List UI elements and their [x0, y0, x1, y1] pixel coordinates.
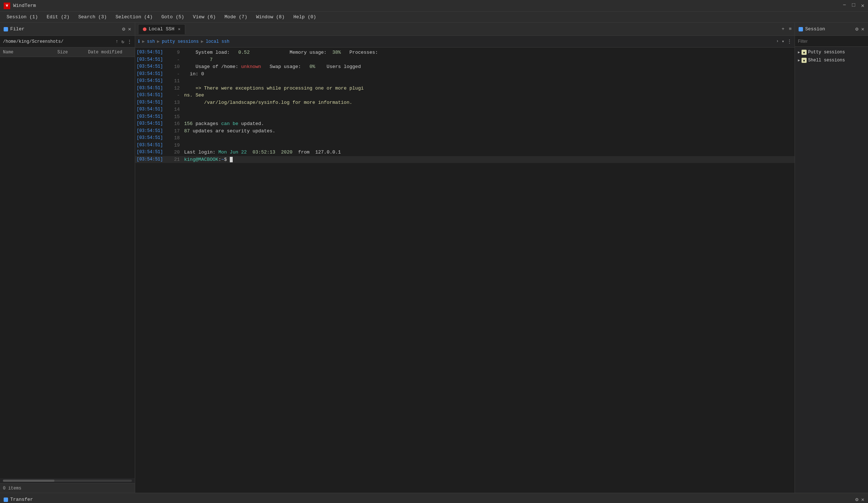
terminal-line-15: [03:54:51]21king@MACBOOK:~$: [135, 156, 795, 163]
terminal-tab-controls: + ≡: [781, 26, 792, 32]
terminal-line-7: [03:54:51]13 /var/log/landscape/sysinfo.…: [135, 99, 795, 106]
filer-settings-icon[interactable]: ⚙: [122, 26, 125, 32]
menu-item-edit(2)[interactable]: Edit (2): [43, 13, 73, 21]
line-time: [03:54:51]: [137, 149, 170, 155]
line-num: 12: [170, 85, 184, 92]
session-filter-input[interactable]: [798, 39, 865, 44]
terminal-line-11: [03:54:51]1787 updates are security upda…: [135, 128, 795, 135]
chevron-icon: ▶: [798, 50, 800, 54]
line-content: 87 updates are security updates.: [184, 128, 793, 135]
filer-menu-icon[interactable]: ⋮: [127, 39, 132, 45]
filer-title: Filer: [10, 26, 120, 32]
filer-up-icon[interactable]: ↑: [115, 39, 118, 45]
session-indicator: [799, 27, 803, 31]
session-close-icon[interactable]: ✕: [861, 26, 864, 32]
session-shell-label: Shell sessions: [808, 58, 845, 63]
breadcrumb-expand-icon[interactable]: ▾: [782, 39, 784, 44]
app-title: WindTerm: [13, 3, 843, 8]
terminal-new-tab-icon[interactable]: +: [781, 26, 784, 32]
terminal-line-13: [03:54:51]19: [135, 142, 795, 149]
breadcrumb-local-ssh[interactable]: local ssh: [206, 39, 229, 44]
breadcrumb-sep-2: ▶: [201, 39, 203, 44]
breadcrumb-forward-icon[interactable]: ›: [776, 39, 779, 44]
close-button[interactable]: ✕: [861, 2, 864, 9]
line-content: 156 packages can be updated.: [184, 120, 793, 128]
terminal-breadcrumb: ℹ ▶ ssh ▶ putty sessions ▶ local ssh › ▾…: [135, 36, 795, 48]
session-tree-shell[interactable]: ▶ ■ Shell sessions: [795, 56, 868, 64]
menu-item-search(3)[interactable]: Search (3): [75, 13, 110, 21]
line-num: 18: [170, 135, 184, 142]
line-num: -: [170, 92, 184, 99]
menu-item-view(6)[interactable]: View (6): [189, 13, 219, 21]
filer-header: Filer ⚙ ✕: [0, 23, 135, 36]
terminal-line-5: [03:54:51]12 => There were exceptions wh…: [135, 85, 795, 92]
menu-item-selection(4)[interactable]: Selection (4): [112, 13, 156, 21]
menu-bar: Session (1)Edit (2)Search (3)Selection (…: [0, 12, 868, 23]
transfer-indicator: [4, 498, 8, 502]
line-content: ns. See: [184, 92, 793, 99]
chevron-icon-2: ▶: [798, 58, 800, 63]
minimize-button[interactable]: −: [843, 2, 846, 9]
terminal-tabs: Local SSH ✕ + ≡: [135, 23, 795, 36]
col-size-header[interactable]: Size: [57, 50, 87, 55]
maximize-button[interactable]: □: [852, 2, 855, 9]
terminal-tab-label: Local SSH: [149, 26, 174, 32]
line-num: 11: [170, 77, 184, 85]
terminal-line-1: [03:54:51]- 7: [135, 56, 795, 64]
line-time: [03:54:51]: [137, 99, 170, 106]
line-time: [03:54:51]: [137, 128, 170, 134]
line-num: 13: [170, 99, 184, 106]
transfer-close-icon[interactable]: ✕: [861, 496, 864, 503]
menu-item-mode(7)[interactable]: Mode (7): [221, 13, 251, 21]
breadcrumb-icon: ℹ: [138, 39, 140, 44]
filer-scrollbar[interactable]: [3, 480, 132, 482]
breadcrumb-ssh[interactable]: ssh: [147, 39, 155, 44]
menu-item-session(1)[interactable]: Session (1): [3, 13, 42, 21]
line-num: 21: [170, 156, 184, 163]
terminal-line-3: [03:54:51]- in: 0: [135, 71, 795, 78]
col-date-header[interactable]: Date modified: [88, 50, 132, 55]
session-tree-putty[interactable]: ▶ ■ Putty sessions: [795, 48, 868, 56]
filer-close-icon[interactable]: ✕: [128, 26, 131, 32]
session-putty-label: Putty sessions: [808, 50, 845, 55]
line-content: 7: [184, 56, 793, 64]
line-num: 17: [170, 128, 184, 135]
line-time: [03:54:51]: [137, 156, 170, 163]
main-layout: Filer ⚙ ✕ /home/king/Screenshots/ ↑ ↻ ⋮ …: [0, 23, 868, 493]
line-num: 9: [170, 49, 184, 56]
filer-scrollbar-thumb[interactable]: [3, 480, 54, 482]
line-content: /var/log/landscape/sysinfo.log for more …: [184, 99, 793, 106]
menu-item-window(8)[interactable]: Window (8): [252, 13, 288, 21]
title-bar: W WindTerm − □ ✕: [0, 0, 868, 12]
breadcrumb-putty[interactable]: putty sessions: [162, 39, 199, 44]
terminal-content[interactable]: [03:54:51]9 System load: 0.52 Memory usa…: [135, 48, 795, 164]
terminal-line-4: [03:54:51]11: [135, 77, 795, 85]
line-num: 15: [170, 113, 184, 121]
terminal-tab-close[interactable]: ✕: [178, 27, 180, 31]
line-content: => There were exceptions while processin…: [184, 85, 793, 92]
breadcrumb-menu-icon[interactable]: ⋮: [787, 39, 792, 44]
terminal-line-14: [03:54:51]20Last login: Mon Jun 22 03:52…: [135, 149, 795, 156]
transfer-header: Transfer ⚙ ✕: [0, 493, 868, 503]
session-filter-bar[interactable]: [795, 36, 868, 47]
window-controls: − □ ✕: [843, 2, 864, 9]
terminal-line-6: [03:54:51]-ns. See: [135, 92, 795, 99]
terminal-line-2: [03:54:51]10 Usage of /home: unknown Swa…: [135, 63, 795, 71]
filer-refresh-icon[interactable]: ↻: [121, 39, 124, 45]
menu-item-goto(5)[interactable]: Goto (5): [158, 13, 188, 21]
transfer-panel: Transfer ⚙ ✕ No transfer available: [0, 493, 868, 503]
terminal-line-10: [03:54:51]16156 packages can be updated.: [135, 120, 795, 128]
col-name-header[interactable]: Name: [3, 50, 56, 55]
transfer-settings-icon[interactable]: ⚙: [855, 496, 858, 503]
line-num: 10: [170, 63, 184, 71]
terminal-content-wrapper: [03:54:51]9 System load: 0.52 Memory usa…: [135, 48, 795, 493]
line-time: [03:54:51]: [137, 56, 170, 63]
menu-item-help(0)[interactable]: Help (0): [290, 13, 320, 21]
folder-icon-2: ■: [802, 58, 807, 63]
filer-columns: Name Size Date modified: [0, 48, 135, 57]
session-settings-icon[interactable]: ⚙: [855, 26, 858, 32]
terminal-tab-local-ssh[interactable]: Local SSH ✕: [138, 24, 185, 34]
terminal-tab-menu-icon[interactable]: ≡: [789, 26, 792, 32]
breadcrumb-sep-1: ▶: [157, 39, 160, 44]
filer-path-text: /home/king/Screenshots/: [3, 39, 113, 44]
